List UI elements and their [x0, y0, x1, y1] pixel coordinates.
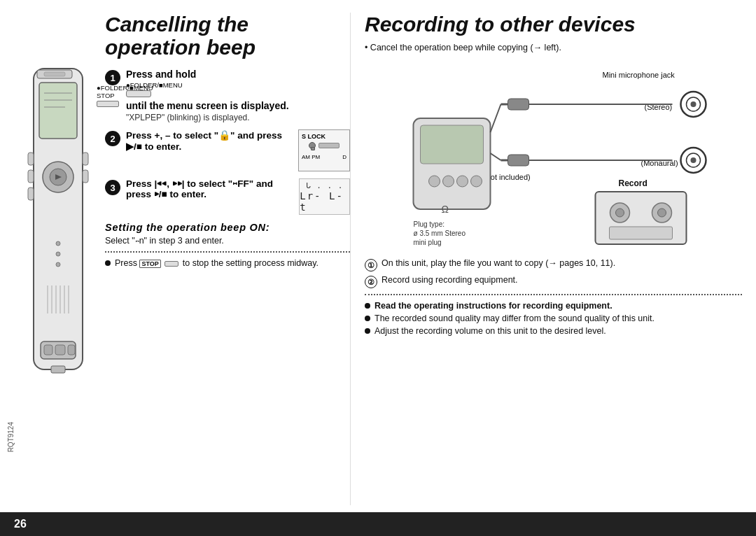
svg-rect-18: [68, 345, 75, 355]
right-dotted-separator: [365, 294, 742, 295]
left-title: Cancelling the operation beep: [105, 13, 350, 59]
svg-rect-44: [421, 125, 484, 164]
lock-diagram: S LOCK AM PM D: [298, 129, 350, 171]
svg-text:Record: Record: [619, 178, 648, 188]
lock-body: [311, 147, 315, 150]
svg-rect-11: [83, 153, 88, 165]
svg-point-20: [56, 252, 60, 256]
lock-icon: [309, 142, 316, 149]
left-bullet-1-text: Press STOP to stop the setting process m…: [115, 258, 318, 268]
svg-text:Plug type:: Plug type:: [414, 220, 444, 228]
right-step-1-num: ①: [365, 259, 377, 271]
step-3-row: Press |◀◀, ▶▶| to select "ꟷFF" and press…: [126, 178, 350, 215]
step-1-folder-row: ●FOLDER/■MENU: [126, 81, 350, 89]
right-step-2-num: ②: [365, 276, 377, 288]
left-bullet-1: Press STOP to stop the setting process m…: [105, 258, 350, 268]
svg-text:Ω: Ω: [442, 204, 449, 215]
svg-line-46: [491, 153, 501, 160]
right-bullet-1-text: Read the operating instructions for reco…: [374, 301, 612, 311]
svg-rect-12: [83, 170, 88, 183]
lock-s-label: S LOCK: [302, 133, 326, 140]
step-3-main: Press |◀◀, ▶▶| to select "ꟷFF" and press…: [126, 178, 273, 199]
step-1-note: "XPLPEP" (blinking) is displayed.: [126, 113, 350, 122]
right-bullet-2-text: The recorded sound quality may differ fr…: [374, 313, 654, 323]
svg-point-32: [691, 101, 696, 107]
svg-rect-16: [44, 345, 52, 355]
lock-d: D: [342, 154, 346, 160]
cancel-note: • Cancel the operation beep while copyin…: [365, 43, 742, 52]
right-step-2-text: Record using recording equipment.: [382, 275, 518, 285]
step-3-content: Press |◀◀, ▶▶| to select "ꟷFF" and press…: [126, 178, 350, 215]
lock-bar: [318, 143, 340, 148]
svg-point-36: [691, 157, 696, 163]
svg-rect-41: [508, 155, 529, 166]
svg-rect-9: [28, 170, 34, 183]
lock-top: S LOCK: [302, 133, 346, 140]
device-illustration: [20, 48, 100, 439]
step-2-main: Press +, – to select "🔒" and press ▶/■ t…: [126, 130, 282, 152]
step-2-row: Press +, – to select "🔒" and press ▶/■ t…: [126, 129, 350, 171]
right-bullet-1: Read the operating instructions for reco…: [365, 301, 742, 311]
step-2-block: 2 Press +, – to select "🔒" and press ▶/■…: [105, 129, 350, 171]
step-1-content: Press and hold ●FOLDER/■MENU until the m…: [126, 69, 350, 122]
lock-slider-row: [302, 142, 346, 149]
stop-button: [164, 261, 178, 267]
right-title: Recording to other devices: [365, 13, 742, 36]
svg-point-50: [471, 176, 482, 187]
cable-diagram: Mini microphone jack (Stereo) (Monaural)…: [365, 62, 742, 251]
right-bullet-3: Adjust the recording volume on this unit…: [365, 326, 742, 336]
svg-point-21: [56, 262, 60, 267]
page-container: RQT9124: [0, 0, 756, 536]
svg-text:Mini microphone jack: Mini microphone jack: [603, 71, 676, 79]
lock-am: AM PM: [302, 154, 320, 160]
left-dotted-separator: [105, 251, 350, 253]
left-bullet-1-dot: [105, 260, 111, 266]
svg-rect-39: [508, 99, 529, 110]
svg-rect-22: [51, 366, 65, 373]
step-1-bold: Press and hold: [126, 69, 350, 80]
svg-rect-8: [28, 153, 34, 165]
svg-point-19: [56, 241, 60, 246]
svg-point-59: [658, 209, 666, 217]
step-3-block: 3 Press |◀◀, ▶▶| to select "ꟷFF" and pre…: [105, 178, 350, 215]
right-bullet-1-bold: Read the operating instructions for reco…: [374, 301, 612, 311]
right-bullet-2: The recorded sound quality may differ fr…: [365, 313, 742, 323]
setting-title: Setting the operation beep ON:: [105, 222, 350, 233]
step-3-disp-line1: ᒐ . . .: [306, 181, 344, 190]
svg-rect-10: [28, 188, 34, 200]
right-bullet-3-text: Adjust the recording volume on this unit…: [374, 326, 606, 336]
bottom-bar: 26: [0, 512, 756, 536]
stop-badge: STOP: [139, 260, 160, 268]
svg-point-47: [429, 176, 440, 187]
lock-inner: S LOCK AM PM D: [302, 133, 346, 168]
setting-desc: Select "ꟷn" in step 3 and enter.: [105, 236, 350, 246]
right-bullet-1-dot: [365, 303, 370, 309]
step-2-number: 2: [105, 131, 120, 146]
right-bullet-3-dot: [365, 328, 370, 334]
svg-point-48: [443, 176, 454, 187]
svg-rect-1: [39, 83, 77, 139]
step-3-display: ᒐ . . . Lr- L-t: [299, 178, 350, 215]
left-column: Cancelling the operation beep ●FOLDER/■M…: [14, 13, 350, 505]
right-bullet-2-dot: [365, 316, 370, 321]
step-1-body: until the menu screen is displayed.: [126, 100, 350, 111]
step-2-text: Press +, – to select "🔒" and press ▶/■ t…: [126, 129, 293, 152]
right-steps: ① On this unit, play the file you want t…: [365, 258, 742, 288]
svg-point-57: [616, 209, 624, 217]
step-3-number: 3: [105, 180, 120, 195]
svg-point-49: [457, 176, 468, 187]
svg-rect-14: [44, 72, 65, 76]
step-1-folder-note: ●FOLDER/■MENU: [126, 81, 183, 89]
right-step-2: ② Record using recording equipment.: [365, 275, 742, 288]
svg-text:ø 3.5 mm Stereo: ø 3.5 mm Stereo: [414, 230, 466, 237]
page-number: 26: [14, 518, 27, 530]
step-3-disp-line2: Lr- L-t: [300, 190, 349, 213]
lock-bottom: AM PM D: [302, 154, 346, 160]
svg-rect-60: [610, 227, 673, 239]
right-step-1-text: On this unit, play the file you want to …: [382, 258, 615, 268]
svg-rect-17: [55, 345, 65, 355]
step-3-text: Press |◀◀, ▶▶| to select "ꟷFF" and press…: [126, 178, 292, 199]
step-1-number: 1: [105, 70, 120, 85]
svg-line-45: [491, 104, 501, 132]
main-content: Cancelling the operation beep ●FOLDER/■M…: [0, 0, 756, 512]
